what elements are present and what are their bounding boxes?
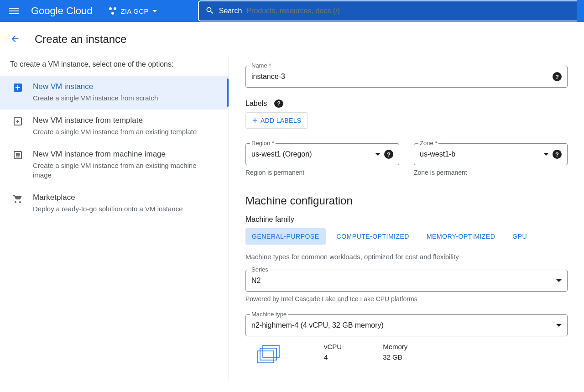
tab-compute-optimized[interactable]: COMPUTE-OPTIMIZED — [330, 228, 416, 245]
add-labels-button[interactable]: + ADD LABELS — [245, 112, 308, 129]
machine-type-label: Machine type — [250, 311, 288, 318]
machine-type-value: n2-highmem-4 (4 vCPU, 32 GB memory) — [251, 321, 553, 329]
name-input[interactable] — [251, 73, 549, 81]
region-hint: Region is permanent — [245, 169, 399, 176]
cube-icon — [248, 343, 283, 370]
tab-gpu[interactable]: GPU — [506, 228, 533, 245]
back-arrow-icon[interactable] — [10, 34, 20, 45]
plus-box-icon — [12, 82, 24, 103]
option-sub: Deploy a ready-to-go solution onto a VM … — [33, 204, 217, 214]
option-title: New VM instance — [33, 82, 217, 91]
option-title: New VM instance from template — [33, 116, 217, 125]
zone-hint: Zone is permanent — [414, 169, 568, 176]
option-marketplace[interactable]: Marketplace Deploy a ready-to-go solutio… — [0, 187, 229, 220]
help-icon[interactable]: ? — [384, 150, 393, 159]
series-select[interactable]: N2 — [245, 270, 568, 292]
logo-text-b: Cloud — [66, 5, 92, 17]
chevron-down-icon — [556, 279, 562, 282]
chevron-down-icon — [375, 153, 381, 156]
search-bar[interactable]: Search — [198, 0, 577, 21]
template-icon — [12, 116, 24, 137]
chevron-down-icon — [543, 153, 549, 156]
tab-memory-optimized[interactable]: MEMORY-OPTIMIZED — [420, 228, 501, 245]
machine-family-label: Machine family — [245, 215, 568, 224]
vcpu-value: 4 — [324, 353, 342, 361]
tab-general-purpose[interactable]: GENERAL-PURPOSE — [245, 228, 326, 245]
sidebar-hint: To create a VM instance, select one of t… — [0, 60, 229, 76]
machine-config-heading: Machine configuration — [245, 194, 568, 207]
series-hint: Powered by Intel Cascade Lake and Ice La… — [245, 295, 568, 303]
labels-label: Labels — [245, 99, 267, 108]
help-icon[interactable]: ? — [553, 150, 562, 159]
option-sub: Create a single VM instance from an exis… — [33, 161, 217, 181]
memory-label: Memory — [383, 343, 407, 350]
zone-label: Zone * — [418, 140, 438, 146]
menu-icon[interactable] — [7, 6, 21, 16]
add-labels-text: ADD LABELS — [261, 117, 301, 124]
series-value: N2 — [251, 277, 553, 285]
option-sub: Create a single VM instance from an exis… — [33, 127, 217, 137]
plus-icon: + — [252, 116, 258, 125]
option-title: Marketplace — [33, 193, 217, 202]
option-from-template[interactable]: New VM instance from template Create a s… — [0, 110, 229, 143]
series-label: Series — [250, 266, 270, 273]
zone-select[interactable]: us-west1-b ? — [414, 143, 568, 165]
svg-rect-3 — [16, 153, 20, 156]
logo-text-a: Google — [31, 5, 63, 17]
search-input[interactable] — [246, 7, 570, 15]
project-selector[interactable]: ZIA GCP — [109, 7, 156, 15]
region-label: Region * — [250, 140, 276, 146]
name-label: Name * — [250, 62, 272, 69]
region-value: us-west1 (Oregon) — [251, 150, 371, 158]
option-title: New VM instance from machine image — [33, 150, 217, 159]
tab-description: Machine types for common workloads, opti… — [245, 253, 568, 261]
help-icon[interactable]: ? — [274, 99, 283, 108]
chevron-down-icon — [556, 324, 562, 327]
logo[interactable]: Google Cloud — [31, 5, 92, 17]
search-icon — [205, 6, 214, 16]
project-icon — [109, 7, 117, 15]
region-select[interactable]: us-west1 (Oregon) ? — [245, 143, 399, 165]
zone-value: us-west1-b — [420, 150, 540, 158]
search-label: Search — [219, 7, 242, 15]
option-sub: Create a single VM instance from scratch — [33, 93, 217, 103]
project-name: ZIA GCP — [120, 7, 148, 15]
option-new-vm[interactable]: New VM instance Create a single VM insta… — [0, 76, 229, 110]
page-title: Create an instance — [35, 33, 126, 46]
chevron-down-icon — [152, 10, 157, 12]
help-icon[interactable]: ? — [553, 72, 562, 81]
svg-rect-4 — [16, 157, 20, 157]
machine-image-icon — [12, 150, 24, 181]
memory-value: 32 GB — [383, 353, 407, 361]
vcpu-label: vCPU — [324, 343, 342, 350]
machine-type-select[interactable]: n2-highmem-4 (4 vCPU, 32 GB memory) — [245, 314, 568, 336]
option-from-image[interactable]: New VM instance from machine image Creat… — [0, 143, 229, 187]
cart-icon — [12, 193, 24, 214]
